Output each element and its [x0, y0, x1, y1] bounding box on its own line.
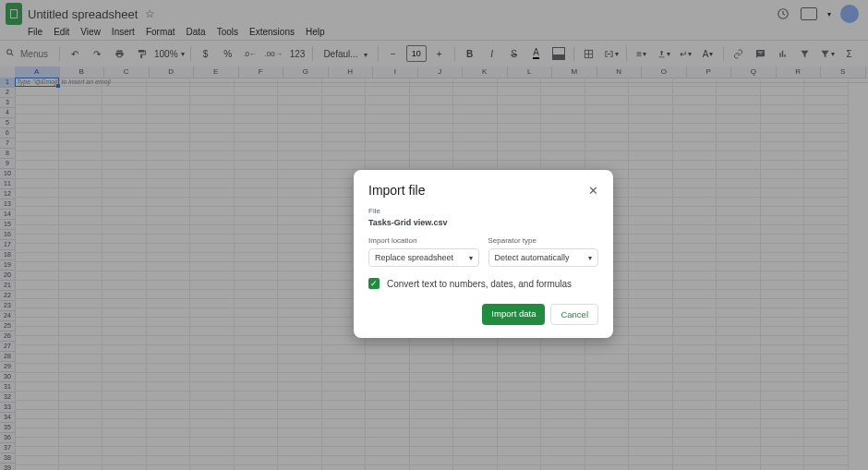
convert-label: Convert text to numbers, dates, and form…	[387, 279, 572, 289]
import-data-button[interactable]: Import data	[482, 304, 545, 325]
import-location-select[interactable]: Replace spreadsheet▾	[368, 248, 479, 267]
import-file-dialog: Import file ✕ File Tasks-Grid view.csv I…	[354, 170, 613, 338]
separator-type-select[interactable]: Detect automatically▾	[488, 248, 599, 267]
file-label: File	[368, 207, 598, 215]
cancel-button[interactable]: Cancel	[550, 304, 598, 325]
filename-text: Tasks-Grid view.csv	[368, 218, 598, 227]
convert-checkbox[interactable]: ✓	[368, 278, 380, 289]
import-location-label: Import location	[368, 236, 479, 245]
close-icon[interactable]: ✕	[588, 184, 598, 198]
dialog-title: Import file	[368, 183, 425, 198]
separator-type-label: Separator type	[488, 236, 599, 245]
